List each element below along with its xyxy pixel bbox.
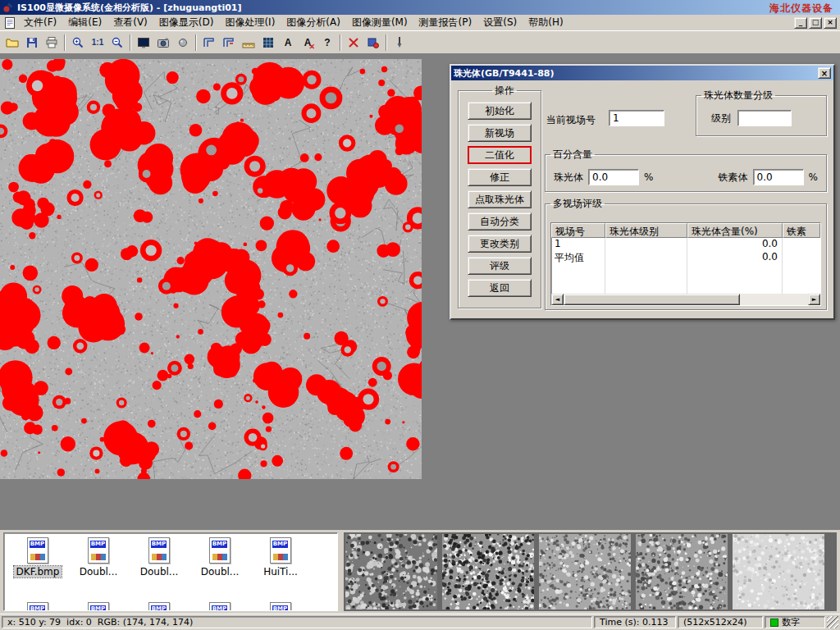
menu-item-edit[interactable]: 编辑(E) xyxy=(62,14,107,31)
caliper-button[interactable] xyxy=(199,33,219,52)
digital-indicator-led xyxy=(770,619,778,627)
minimize-icon[interactable]: _ xyxy=(794,17,807,29)
pearlite-percent-input[interactable] xyxy=(588,169,639,185)
current-field-input[interactable] xyxy=(609,110,664,126)
dialog-close-icon[interactable]: × xyxy=(818,67,831,79)
measure-button[interactable] xyxy=(219,33,239,52)
btn-initialize[interactable]: 初始化 xyxy=(468,102,532,120)
open-folder-icon xyxy=(6,36,19,49)
save-button[interactable] xyxy=(22,33,42,52)
document-icon[interactable] xyxy=(5,17,15,29)
text-button[interactable]: A xyxy=(278,33,298,52)
marker-button[interactable] xyxy=(363,33,383,52)
cell-level xyxy=(605,251,687,264)
restore-icon[interactable]: □ xyxy=(809,17,822,29)
grade-label: 级别 xyxy=(711,112,731,126)
menu-item-help[interactable]: 帮助(H) xyxy=(523,14,568,31)
btn-return[interactable]: 返回 xyxy=(468,279,532,297)
file-item[interactable]: BMP Doubl... xyxy=(68,537,129,578)
ferrite-percent-input[interactable] xyxy=(753,169,804,185)
file-item[interactable]: BMP xyxy=(250,602,311,611)
thumbnail-image[interactable] xyxy=(442,534,534,609)
open-button[interactable] xyxy=(2,33,22,52)
video-preview-button[interactable] xyxy=(134,33,153,52)
resize-grip[interactable] xyxy=(827,616,838,628)
help-button[interactable]: ? xyxy=(317,33,337,52)
bmp-banner: BMP xyxy=(30,605,45,611)
btn-change-class[interactable]: 更改类别 xyxy=(468,235,532,253)
btn-pick-pearlite[interactable]: 点取珠光体 xyxy=(468,190,532,208)
ruler-icon xyxy=(242,36,255,49)
close-icon[interactable]: × xyxy=(824,17,837,29)
grid-button[interactable] xyxy=(258,33,278,52)
file-item[interactable]: BMP xyxy=(7,602,68,611)
bmp-art xyxy=(91,554,106,560)
scroll-track[interactable] xyxy=(564,294,808,305)
thumbnail-image[interactable] xyxy=(733,534,824,609)
file-label: Doubl... xyxy=(199,566,242,578)
file-item[interactable]: BMP Doubl... xyxy=(189,537,250,578)
file-label: HuiTi... xyxy=(261,566,300,578)
text-delete-button[interactable]: A✕ xyxy=(298,33,317,52)
file-item[interactable]: BMP DKF.bmp xyxy=(7,537,68,578)
scroll-right-icon[interactable]: ► xyxy=(808,294,820,305)
scroll-thumb[interactable] xyxy=(564,294,740,305)
scroll-left-icon[interactable]: ◄ xyxy=(551,294,564,305)
menu-item-settings[interactable]: 设置(S) xyxy=(477,14,523,31)
header-ferrite[interactable]: 铁素 xyxy=(783,223,820,238)
cell-level xyxy=(605,238,687,251)
thumbnail-image[interactable] xyxy=(539,534,631,609)
menu-item-image-analysis[interactable]: 图像分析(A) xyxy=(281,14,346,31)
file-item[interactable]: BMP xyxy=(129,602,189,611)
operation-group: 操作 初始化 新视场 二值化 修正 点取珠光体 自动分类 更改类别 评级 返回 xyxy=(458,84,541,308)
file-item[interactable]: BMP xyxy=(68,602,129,611)
zoom-out-button[interactable] xyxy=(107,33,127,52)
print-button[interactable] xyxy=(42,33,62,52)
table-header-row: 视场号 珠光体级别 珠光体含量(%) 铁素 xyxy=(551,223,820,238)
dropper-icon xyxy=(393,36,406,49)
table-row[interactable]: 平均值 0.0 xyxy=(551,251,820,264)
zoom-actual-button[interactable]: 1:1 xyxy=(88,33,107,52)
menu-item-image-measure[interactable]: 图像测量(M) xyxy=(346,14,413,31)
percent-sign: % xyxy=(644,171,653,183)
thumbnail-image[interactable] xyxy=(345,534,437,609)
toolbar: 1:1 A A✕ ? xyxy=(0,31,840,54)
grade-input[interactable] xyxy=(737,110,792,126)
btn-binarize[interactable]: 二值化 xyxy=(468,146,532,164)
thumbnail-image[interactable] xyxy=(636,534,728,609)
capture-button[interactable] xyxy=(173,33,193,52)
menu-item-image-display[interactable]: 图像显示(D) xyxy=(153,14,220,31)
btn-auto-classify[interactable]: 自动分类 xyxy=(468,212,532,231)
header-pearlite-content[interactable]: 珠光体含量(%) xyxy=(687,223,783,238)
menu-item-image-process[interactable]: 图像处理(I) xyxy=(219,14,281,31)
zoom-in-button[interactable] xyxy=(68,33,88,52)
header-field-no[interactable]: 视场号 xyxy=(551,223,605,238)
floppy-icon xyxy=(25,36,39,49)
delete-x-icon: ✕ xyxy=(308,43,315,51)
btn-rate[interactable]: 评级 xyxy=(468,257,532,275)
menu-item-measure-report[interactable]: 测量报告(P) xyxy=(413,14,478,31)
menu-item-view[interactable]: 查看(V) xyxy=(107,14,153,31)
bmp-banner: BMP xyxy=(272,605,288,611)
header-pearlite-level[interactable]: 珠光体级别 xyxy=(605,223,687,238)
btn-correct[interactable]: 修正 xyxy=(468,168,532,186)
cut-button[interactable] xyxy=(344,33,363,52)
menu-bar: 文件(F) 编辑(E) 查看(V) 图像显示(D) 图像处理(I) 图像分析(A… xyxy=(0,15,840,31)
status-mode-label: 数字 xyxy=(782,616,800,628)
printer-icon xyxy=(45,36,58,49)
file-item[interactable]: BMP xyxy=(189,602,250,611)
bmp-file-icon: BMP xyxy=(27,602,48,611)
btn-new-field[interactable]: 新视场 xyxy=(468,124,532,142)
file-item[interactable]: BMP HuiTi... xyxy=(250,537,311,578)
bmp-banner: BMP xyxy=(90,605,106,611)
dialog-title-bar[interactable]: 珠光体(GB/T9441-88) × xyxy=(451,66,833,80)
table-row[interactable]: 1 0.0 xyxy=(551,238,820,251)
micrograph-image[interactable] xyxy=(0,59,422,479)
menu-item-file[interactable]: 文件(F) xyxy=(18,14,62,31)
ruler-button[interactable] xyxy=(239,33,258,52)
file-item[interactable]: BMP Doubl... xyxy=(129,537,189,578)
camera-button[interactable] xyxy=(153,33,173,52)
table-horizontal-scrollbar[interactable]: ◄ ► xyxy=(551,294,820,305)
dropper-button[interactable] xyxy=(390,33,409,52)
file-label: Doubl... xyxy=(77,566,121,578)
